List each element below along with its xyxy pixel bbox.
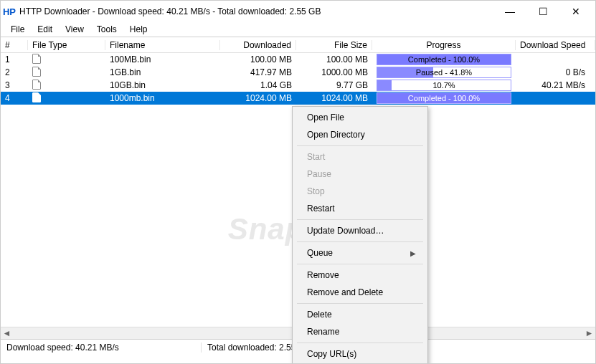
context-menu-label: Restart [307, 203, 335, 214]
table-row[interactable]: 41000mb.bin1024.00 MB1024.00 MBCompleted… [1, 92, 595, 105]
menu-tools[interactable]: Tools [91, 23, 123, 36]
progress-label: 10.7% [377, 80, 511, 90]
maximize-button[interactable]: ☐ [526, 1, 559, 22]
cell-num: 4 [1, 93, 28, 103]
menu-edit[interactable]: Edit [32, 23, 58, 36]
cell-downloaded: 417.97 MB [220, 67, 296, 77]
cell-filesize: 1024.00 MB [296, 93, 372, 103]
context-menu-label: Copy URL(s) [307, 349, 356, 359]
context-menu-item[interactable]: Remove and Delete [294, 284, 426, 301]
cell-filetype [28, 80, 105, 92]
context-menu-label: Start [307, 152, 325, 162]
cell-num: 1 [1, 54, 28, 64]
status-speed: Download speed: 40.21 MB/s [1, 343, 202, 353]
context-menu-separator [297, 303, 423, 304]
col-header-downloaded[interactable]: Downloaded [220, 40, 296, 50]
cell-filename: 10GB.bin [105, 80, 220, 90]
cell-progress: Completed - 100.0% [372, 54, 516, 65]
scroll-right-icon[interactable]: ► [583, 328, 595, 338]
context-menu-separator [297, 241, 423, 242]
context-menu-label: Rename [307, 327, 339, 337]
context-menu-label: Update Download… [307, 226, 384, 236]
table-row[interactable]: 21GB.bin417.97 MB1000.00 MBPaused - 41.8… [1, 66, 595, 79]
title-bar: HP HTTP Downloader - Download speed: 40.… [1, 1, 595, 22]
cell-filesize: 9.77 GB [296, 80, 372, 90]
progress-bar: Completed - 100.0% [377, 54, 511, 65]
cell-downloaded: 1.04 GB [220, 80, 296, 90]
context-menu-label: Open Directory [307, 130, 365, 140]
context-menu-label: Remove [307, 270, 339, 280]
cell-filetype [28, 67, 105, 79]
context-menu-separator [297, 264, 423, 264]
progress-label: Completed - 100.0% [377, 54, 511, 64]
cell-filename: 1GB.bin [105, 67, 220, 77]
context-menu-separator [297, 343, 423, 343]
cell-filename: 1000mb.bin [105, 93, 220, 103]
progress-bar: Completed - 100.0% [377, 92, 511, 104]
app-icon: HP [4, 6, 15, 17]
context-menu: Open FileOpen DirectoryStartPauseStopRes… [292, 106, 428, 364]
context-menu-item[interactable]: Update Download… [294, 222, 426, 239]
cell-filesize: 100.00 MB [296, 54, 372, 64]
minimize-button[interactable]: — [493, 1, 526, 22]
progress-bar: 10.7% [377, 80, 511, 91]
cell-downloaded: 1024.00 MB [220, 93, 296, 103]
file-icon [32, 67, 41, 77]
cell-num: 3 [1, 80, 28, 90]
menu-bar: File Edit View Tools Help [1, 22, 595, 37]
context-menu-item: Stop [294, 183, 426, 200]
context-menu-label: Stop [307, 186, 325, 196]
context-menu-item[interactable]: Restart [294, 200, 426, 217]
context-menu-label: Delete [307, 310, 332, 320]
col-header-filesize[interactable]: File Size [296, 40, 372, 50]
progress-label: Paused - 41.8% [377, 67, 511, 77]
context-menu-item[interactable]: Delete [294, 306, 426, 323]
cell-progress: Completed - 100.0% [372, 92, 516, 104]
cell-speed: 0 B/s [516, 67, 595, 77]
context-menu-label: Queue [307, 248, 333, 258]
window-title: HTTP Downloader - Download speed: 40.21 … [19, 6, 321, 16]
table-row[interactable]: 1100MB.bin100.00 MB100.00 MBCompleted - … [1, 53, 595, 66]
cell-filetype [28, 54, 105, 66]
table-row[interactable]: 310GB.bin1.04 GB9.77 GB10.7%40.21 MB/s [1, 79, 595, 92]
col-header-filename[interactable]: Filename [105, 40, 220, 50]
context-menu-item[interactable]: Copy URL(s) [294, 345, 426, 363]
progress-bar: Paused - 41.8% [377, 67, 511, 78]
context-menu-label: Remove and Delete [307, 287, 383, 297]
menu-help[interactable]: Help [124, 23, 153, 36]
context-menu-item[interactable]: Remove [294, 267, 426, 284]
progress-label: Completed - 100.0% [377, 93, 511, 103]
context-menu-separator [297, 219, 423, 220]
cell-filetype [28, 92, 105, 105]
cell-progress: 10.7% [372, 80, 516, 91]
scroll-left-icon[interactable]: ◄ [1, 328, 13, 338]
cell-progress: Paused - 41.8% [372, 67, 516, 78]
col-header-progress[interactable]: Progress [372, 40, 516, 50]
col-header-type[interactable]: File Type [28, 40, 105, 50]
menu-file[interactable]: File [5, 23, 30, 36]
cell-filesize: 1000.00 MB [296, 67, 372, 77]
cell-filename: 100MB.bin [105, 54, 220, 64]
context-menu-item: Start [294, 148, 426, 166]
context-menu-item: Pause [294, 166, 426, 183]
context-menu-item[interactable]: Rename [294, 323, 426, 340]
cell-num: 2 [1, 67, 28, 77]
table-header: # File Type Filename Downloaded File Siz… [1, 37, 595, 53]
cell-speed: 40.21 MB/s [516, 80, 595, 90]
context-menu-item[interactable]: Open File [294, 109, 426, 126]
context-menu-item[interactable]: Open Directory [294, 126, 426, 143]
file-icon [32, 80, 41, 90]
col-header-speed[interactable]: Download Speed [516, 40, 595, 50]
context-menu-label: Open File [307, 112, 344, 123]
file-icon [32, 54, 41, 64]
close-button[interactable]: ✕ [559, 1, 592, 22]
col-header-num[interactable]: # [1, 40, 28, 50]
submenu-arrow-icon: ▶ [410, 249, 416, 257]
context-menu-label: Pause [307, 169, 331, 179]
file-icon [32, 92, 41, 102]
context-menu-item[interactable]: Queue▶ [294, 244, 426, 262]
context-menu-separator [297, 145, 423, 146]
cell-downloaded: 100.00 MB [220, 54, 296, 64]
menu-view[interactable]: View [60, 23, 90, 36]
